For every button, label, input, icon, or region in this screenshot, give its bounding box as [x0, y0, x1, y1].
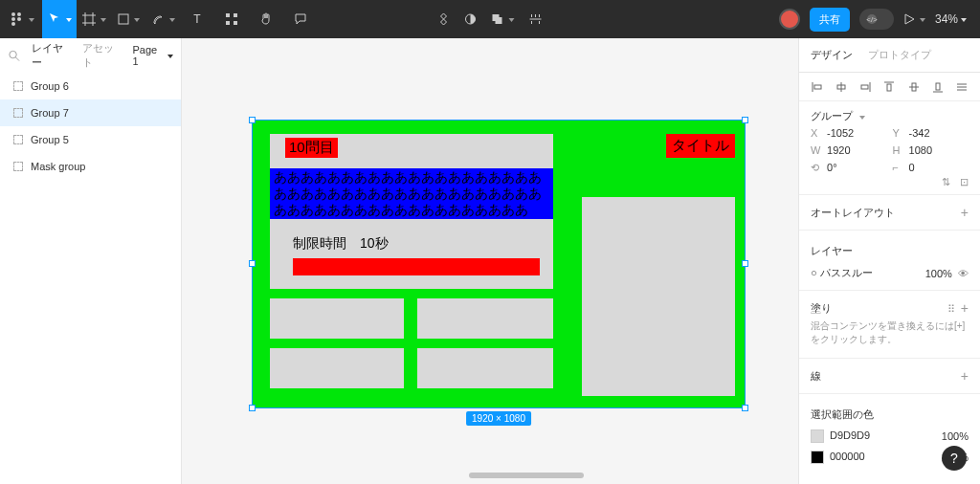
resize-handle[interactable] — [742, 260, 748, 267]
layer-opacity-field[interactable]: 100% — [925, 268, 952, 279]
stroke-section-header: 線 — [811, 369, 821, 384]
pen-tool[interactable] — [145, 0, 180, 38]
svg-rect-27 — [861, 85, 868, 89]
resize-handle[interactable] — [249, 260, 256, 267]
y-field[interactable]: Y -342 — [893, 127, 969, 139]
left-panel: レイヤー アセット Page 1 Group 6 Group 7 Group 5… — [0, 38, 182, 484]
svg-rect-23 — [814, 85, 821, 89]
svg-rect-12 — [234, 13, 237, 17]
fill-section-header: 塗り — [811, 301, 832, 316]
mask-icon[interactable] — [464, 0, 478, 38]
align-hcenter-icon[interactable] — [835, 80, 848, 94]
svg-text:</>: </> — [866, 15, 878, 24]
avatar[interactable] — [779, 9, 800, 30]
share-button[interactable]: 共有 — [810, 8, 850, 32]
svg-rect-1 — [17, 12, 21, 16]
align-left-icon[interactable] — [811, 80, 824, 94]
hand-tool[interactable] — [249, 0, 283, 38]
zoom-level[interactable]: 34% — [935, 12, 967, 26]
title-badge: タイトル — [666, 134, 735, 158]
layer-item[interactable]: Mask group — [0, 153, 181, 180]
resize-handle[interactable] — [742, 117, 748, 123]
answer-box-2 — [417, 298, 553, 339]
selected-frame[interactable]: 10問目 あああああああああああああああああああああああああああああああああああ… — [252, 120, 746, 408]
resize-handle[interactable] — [742, 405, 748, 411]
align-top-icon[interactable] — [882, 80, 896, 94]
image-placeholder — [582, 197, 735, 396]
resources-tool[interactable] — [214, 0, 249, 38]
svg-point-20 — [10, 51, 16, 57]
page-selector[interactable]: Page 1 — [133, 44, 174, 67]
x-field[interactable]: X -1052 — [811, 127, 887, 139]
blend-mode-select[interactable]: ○ パススルー — [811, 266, 873, 280]
add-stroke-icon[interactable]: + — [961, 368, 969, 384]
mask-group-icon — [13, 162, 23, 171]
svg-line-21 — [15, 57, 19, 61]
selection-colors-header: 選択範囲の色 — [799, 400, 980, 426]
align-vcenter-icon[interactable] — [907, 80, 921, 94]
resize-handle[interactable] — [249, 117, 256, 123]
answer-box-3 — [270, 348, 404, 388]
layer-section-header: レイヤー — [799, 236, 980, 262]
resize-handle[interactable] — [249, 405, 256, 411]
group-icon — [13, 108, 23, 118]
right-panel: デザイン プロトタイプ グループ X -1052 Y -342 W 1920 H… — [798, 38, 980, 484]
fill-note: 混合コンテンツを置き換えるには[+]をクリックします。 — [799, 319, 980, 352]
prototype-tab[interactable]: プロトタイプ — [868, 48, 931, 62]
independent-corners-icon[interactable]: ⊡ — [960, 176, 969, 188]
group-icon — [13, 135, 23, 144]
layer-item[interactable]: Group 5 — [0, 126, 181, 153]
svg-rect-9 — [119, 14, 128, 24]
autolayout-section[interactable]: オートレイアウト+ — [799, 201, 980, 224]
present-button[interactable] — [903, 0, 925, 38]
timer-label: 制限時間 10秒 — [293, 235, 389, 253]
dimensions-badge: 1920 × 1080 — [466, 411, 531, 426]
assets-tab[interactable]: アセット — [82, 41, 122, 70]
text-tool[interactable]: T — [180, 0, 214, 38]
svg-text:T: T — [193, 13, 201, 25]
add-fill-icon[interactable]: + — [961, 300, 969, 316]
design-tab[interactable]: デザイン — [811, 48, 853, 62]
question-number-badge: 10問目 — [285, 138, 338, 158]
align-tools — [799, 73, 980, 101]
svg-rect-11 — [226, 13, 230, 17]
svg-rect-3 — [17, 17, 21, 21]
frame-tool[interactable] — [77, 0, 111, 38]
figma-menu[interactable] — [0, 0, 42, 38]
boolean-icon[interactable] — [491, 0, 515, 38]
svg-rect-4 — [11, 22, 15, 26]
move-tool[interactable] — [42, 0, 77, 38]
distribute-icon[interactable] — [955, 80, 969, 94]
shape-tool[interactable] — [111, 0, 145, 38]
align-bottom-icon[interactable] — [931, 80, 945, 94]
search-icon[interactable] — [8, 49, 20, 62]
svg-rect-29 — [887, 84, 891, 91]
horizontal-scrollbar[interactable] — [469, 473, 584, 478]
layers-tab[interactable]: レイヤー — [32, 41, 71, 70]
w-field[interactable]: W 1920 — [811, 144, 887, 156]
comment-tool[interactable] — [283, 0, 318, 38]
radius-field[interactable]: ⌐ 0 — [893, 162, 969, 174]
rotation-field[interactable]: ⟲ 0° — [811, 162, 887, 174]
visibility-icon[interactable]: 👁 — [958, 268, 969, 279]
question-panel: 10問目 あああああああああああああああああああああああああああああああああああ… — [270, 134, 553, 289]
fill-style-icon[interactable]: ⠿ — [947, 303, 955, 315]
align-right-icon[interactable] — [858, 80, 872, 94]
add-autolayout-icon[interactable]: + — [961, 205, 969, 220]
svg-rect-0 — [11, 12, 15, 16]
devmode-toggle[interactable]: </> — [859, 9, 894, 30]
svg-rect-14 — [234, 21, 237, 25]
link-icon[interactable] — [528, 0, 544, 38]
answer-box-1 — [270, 298, 404, 339]
help-button[interactable]: ? — [942, 446, 967, 471]
color-row[interactable]: D9D9D9100% — [799, 426, 980, 447]
constrain-icon[interactable]: ⇅ — [942, 176, 950, 188]
question-text: ああああああああああああああああああああああああああああああああああああああああ… — [270, 168, 553, 219]
timer-bar — [293, 258, 540, 275]
layer-item[interactable]: Group 7 — [0, 99, 181, 126]
canvas[interactable]: 10問目 あああああああああああああああああああああああああああああああああああ… — [182, 38, 798, 484]
component-icon[interactable] — [437, 0, 451, 38]
svg-rect-13 — [226, 21, 230, 25]
h-field[interactable]: H 1080 — [893, 144, 969, 156]
layer-item[interactable]: Group 6 — [0, 73, 181, 99]
